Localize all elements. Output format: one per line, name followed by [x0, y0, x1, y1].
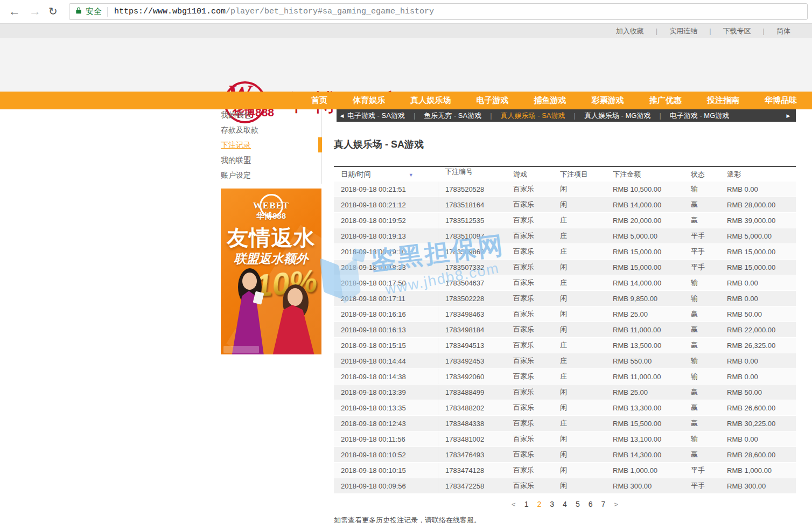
pagination-prev[interactable]: <	[512, 500, 516, 508]
browser-reload-icon[interactable]: ↻	[48, 3, 58, 19]
table-row: 2018-09-18 00:18:33 1783507332 百家乐 闲 RMB…	[334, 260, 796, 275]
cell-bet-amount: RMB 15,000.00	[606, 248, 684, 256]
cell-bet-item: 闲	[553, 387, 606, 397]
cell-game: 百家乐	[506, 278, 553, 288]
subnav-tab[interactable]: 鱼乐无穷 - SA游戏	[405, 111, 481, 121]
banner-logo-webet: WEBET	[221, 200, 321, 211]
pagination-page[interactable]: 2	[537, 500, 542, 508]
cell-status: 输	[684, 278, 720, 288]
browser-back-icon[interactable]: ←	[9, 3, 20, 19]
cell-bet-amount: RMB 13,100.00	[606, 435, 684, 443]
cell-bet-item: 闲	[553, 450, 606, 459]
cell-bet-item: 庄	[553, 419, 606, 428]
pagination-next[interactable]: >	[614, 500, 618, 508]
table-row: 2018-09-18 00:13:35 1783488202 百家乐 闲 RMB…	[334, 400, 796, 416]
cell-status: 赢	[684, 403, 720, 413]
pagination-page[interactable]: 3	[550, 500, 554, 508]
nav-item[interactable]: 推广优惠	[649, 95, 682, 106]
cell-bet-amount: RMB 13,300.00	[606, 404, 684, 412]
cell-date: 2018-09-18 00:11:56	[334, 435, 438, 443]
cell-bet-amount: RMB 5,000.00	[606, 232, 684, 240]
sidebar-item[interactable]: 存款及取款	[221, 122, 322, 137]
address-bar[interactable]: 安全 https://www.wbg1101.com/player/bet_hi…	[69, 3, 808, 20]
nav-item[interactable]: 华博品味	[765, 95, 797, 106]
subnav-scroll-left-icon[interactable]: ◀	[337, 113, 347, 118]
cell-bet-amount: RMB 11,000.00	[606, 373, 684, 381]
cell-status: 平手	[684, 231, 720, 241]
cell-game: 百家乐	[506, 481, 553, 491]
cell-payout: RMB 5,000.00	[720, 232, 796, 240]
pagination-page[interactable]: 7	[601, 500, 605, 508]
table-row: 2018-09-18 00:19:13 1783510097 百家乐 庄 RMB…	[334, 228, 796, 244]
col-bet-id: 下注编号	[438, 167, 506, 182]
col-bet-amount: 下注金额	[606, 170, 684, 179]
cell-bet-amount: RMB 15,500.00	[606, 420, 684, 428]
utility-link[interactable]: 实用连结	[644, 26, 697, 36]
cell-payout: RMB 0.00	[720, 435, 796, 443]
secure-label: 安全	[86, 6, 102, 17]
utility-link[interactable]: 下载专区	[697, 26, 751, 36]
cell-status: 平手	[684, 262, 720, 272]
subnav-tab[interactable]: 电子游戏 - SA游戏	[347, 111, 405, 121]
cell-bet-id: 1783484338	[438, 416, 506, 431]
sort-icon[interactable]: ▼	[409, 172, 414, 178]
page-url: https://www.wbg1101.com/player/bet_histo…	[114, 7, 434, 16]
pagination-page[interactable]: 1	[524, 500, 529, 508]
browser-forward-icon[interactable]: →	[29, 3, 41, 19]
cell-bet-id: 1783492060	[438, 369, 506, 384]
nav-item[interactable]: 彩票游戏	[592, 95, 624, 106]
nav-item[interactable]: 电子游戏	[476, 95, 508, 106]
table-row: 2018-09-18 00:19:52 1783512535 百家乐 庄 RMB…	[334, 213, 796, 228]
nav-item[interactable]: 首页	[311, 95, 327, 106]
subnav-tab[interactable]: 电子游戏 - MG游戏	[650, 111, 729, 121]
utility-link[interactable]: 加入收藏	[616, 26, 644, 36]
cell-bet-item: 闲	[553, 184, 606, 194]
cell-date: 2018-09-18 00:17:11	[334, 295, 438, 303]
pagination: < 1234567 >	[334, 500, 796, 508]
sidebar-item[interactable]: 下注记录	[221, 137, 322, 152]
cell-status: 赢	[684, 200, 720, 210]
banner-model-right	[269, 284, 320, 354]
cell-date: 2018-09-18 00:18:33	[334, 263, 438, 271]
cell-bet-amount: RMB 550.00	[606, 357, 684, 365]
pagination-page[interactable]: 4	[563, 500, 567, 508]
cell-bet-id: 1783498184	[438, 322, 506, 337]
cell-payout: RMB 15,000.00	[720, 248, 796, 256]
subnav-scroll-right-icon[interactable]: ▶	[783, 113, 794, 118]
nav-item[interactable]: 真人娱乐场	[410, 95, 451, 106]
cell-date: 2018-09-18 00:21:12	[334, 201, 438, 209]
cell-payout: RMB 28,000.00	[720, 201, 796, 209]
cell-bet-item: 庄	[553, 340, 606, 350]
nav-item[interactable]: 投注指南	[707, 95, 739, 106]
cell-date: 2018-09-18 00:19:10	[334, 248, 438, 256]
nav-item[interactable]: 捕鱼游戏	[534, 95, 566, 106]
table-row: 2018-09-18 00:17:11 1783502228 百家乐 闲 RMB…	[334, 291, 796, 306]
sidebar-item[interactable]: 账户设定	[221, 168, 322, 183]
promo-banner[interactable]: WEBET 华博888 友情返水 联盟返水额外 10%	[221, 189, 321, 354]
table-row: 2018-09-18 00:10:52 1783476493 百家乐 闲 RMB…	[334, 447, 796, 463]
cell-game: 百家乐	[506, 372, 553, 381]
sidebar-item[interactable]: 我的钱包	[221, 107, 322, 122]
cell-status: 输	[684, 184, 720, 194]
col-date[interactable]: 日期/时间▼	[334, 170, 438, 179]
cell-bet-amount: RMB 14,000.00	[606, 201, 684, 209]
browser-window: ← → ↻ 安全 https://www.wbg1101.com/player/…	[0, 0, 812, 523]
banner-model-left	[225, 268, 275, 354]
cell-bet-amount: RMB 1,000.00	[606, 466, 684, 475]
cell-game: 百家乐	[506, 387, 553, 397]
cell-payout: RMB 26,600.00	[720, 404, 796, 412]
subnav-tab[interactable]: 真人娱乐场 - MG游戏	[565, 111, 651, 121]
bet-history-table: 日期/时间▼ 下注编号 游戏 下注项目 下注金额 状态 派彩 2018-09-1…	[334, 166, 796, 494]
nav-item[interactable]: 体育娱乐	[353, 95, 385, 106]
cell-bet-amount: RMB 13,500.00	[606, 341, 684, 350]
banner-headline: 友情返水	[221, 223, 321, 253]
pagination-page[interactable]: 6	[589, 500, 593, 508]
subnav-tab[interactable]: 真人娱乐场 - SA游戏	[481, 111, 565, 121]
pagination-page[interactable]: 5	[576, 500, 580, 508]
sidebar-item[interactable]: 我的联盟	[221, 152, 322, 168]
cell-bet-id: 1783518164	[438, 197, 506, 212]
cell-bet-item: 闲	[553, 309, 606, 319]
utility-link[interactable]: 简体	[751, 26, 790, 36]
table-row: 2018-09-18 00:21:12 1783518164 百家乐 闲 RMB…	[334, 197, 796, 213]
table-row: 2018-09-18 00:21:51 1783520528 百家乐 闲 RMB…	[334, 182, 796, 197]
